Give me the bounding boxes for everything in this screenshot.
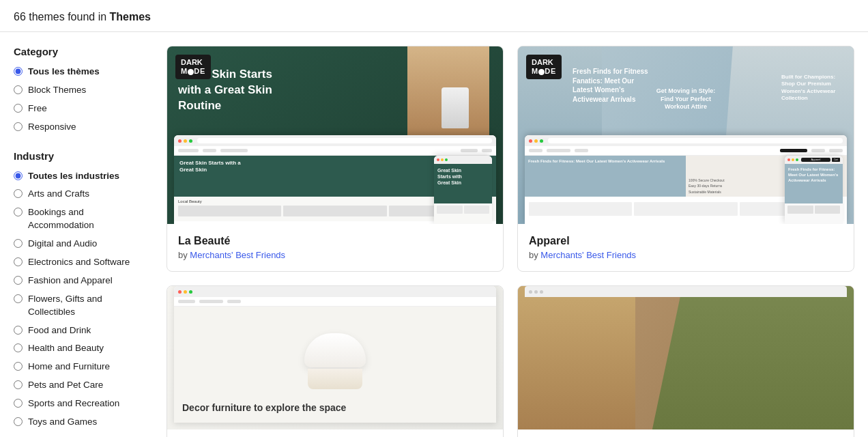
sidebar-item-health-beauty[interactable]: Health and Beauty xyxy=(14,342,150,355)
beaute-hero-text: Great Skin Starts with a Great Skin xyxy=(179,160,248,174)
beaute-nav xyxy=(174,146,496,156)
industry-label-flowers: Flowers, Gifts and Collectibles xyxy=(28,293,150,319)
main-layout: Category Tous les thèmes Block Themes Fr… xyxy=(0,32,868,437)
sidebar-item-block-themes[interactable]: Block Themes xyxy=(14,84,150,97)
beaute-theme-author: by Merchants' Best Friends xyxy=(178,250,492,260)
sidebar-item-food-drink[interactable]: Food and Drink xyxy=(14,324,150,337)
sidebar-item-toys[interactable]: Toys and Games xyxy=(14,416,150,429)
beaute-author-link[interactable]: Merchants' Best Friends xyxy=(190,250,285,260)
category-label-free: Free xyxy=(28,102,47,115)
fashion4-browser-bar xyxy=(525,286,847,297)
apparel-author-link[interactable]: Merchants' Best Friends xyxy=(540,250,636,260)
apparel-mobile-mockup: Apparel Cart Fresh Finds for Fitness: Me… xyxy=(785,156,843,224)
category-label-tous-themes: Tous les thèmes xyxy=(28,66,100,79)
beaute-mobile-mockup: Great SkinStarts withGreat Skin xyxy=(434,156,492,224)
theme-card-fashion4[interactable]: Fashion xyxy=(517,285,854,437)
industry-title: Industry xyxy=(14,150,150,162)
theme-card-la-beaute[interactable]: DARKMDE xyxy=(167,46,504,272)
category-section: Category Tous les thèmes Block Themes Fr… xyxy=(14,46,150,134)
sidebar-item-tous-themes[interactable]: Tous les thèmes xyxy=(14,66,150,79)
apparel-card-info: Apparel by Merchants' Best Friends xyxy=(518,224,854,271)
decor-browser: Decor furniture to explore the space xyxy=(174,286,496,423)
apparel-middle-text: Get Moving in Style: Find Your Perfect W… xyxy=(652,87,720,111)
beaute-browser-bar xyxy=(174,135,496,146)
apparel-theme-name: Apparel xyxy=(529,235,843,247)
apparel-nav xyxy=(525,146,847,156)
industry-label-pets: Pets and Pet Care xyxy=(28,379,103,392)
fashion4-preview xyxy=(518,286,854,429)
theme-card-decor[interactable]: Decor furniture to explore the space Dec… xyxy=(167,285,504,437)
category-label-block-themes: Block Themes xyxy=(28,84,86,97)
theme-preview-la-beaute: DARKMDE xyxy=(167,46,503,224)
apparel-hero-text: Fresh Finds for Fitness Fanatics: Meet O… xyxy=(573,67,654,104)
dark-mode-badge-apparel: DARKMDE xyxy=(526,55,562,79)
fashion4-card-info: Fashion xyxy=(518,429,854,437)
sidebar-item-pets[interactable]: Pets and Pet Care xyxy=(14,379,150,392)
themes-grid: DARKMDE xyxy=(167,46,854,437)
page-header: 66 themes found in Themes xyxy=(0,0,868,32)
category-title: Category xyxy=(14,46,150,57)
content-area: DARKMDE xyxy=(167,46,854,437)
sidebar-item-free[interactable]: Free xyxy=(14,102,150,115)
beaute-card-info: La Beauté by Merchants' Best Friends xyxy=(167,224,503,271)
industry-label-health: Health and Beauty xyxy=(28,342,104,355)
sidebar-item-flowers[interactable]: Flowers, Gifts and Collectibles xyxy=(14,293,150,319)
sidebar-item-sports[interactable]: Sports and Recreation xyxy=(14,397,150,410)
sidebar-item-toutes-industries[interactable]: Toutes les industries xyxy=(14,170,150,183)
sidebar-item-digital-audio[interactable]: Digital and Audio xyxy=(14,238,150,251)
theme-preview-apparel: DARKMDE Fresh Finds for Fitness Fanatics… xyxy=(518,46,854,224)
category-label-responsive: Responsive xyxy=(28,121,76,134)
fashion4-figure-warm xyxy=(518,286,635,429)
theme-count: 66 themes found in xyxy=(14,11,110,23)
industry-section: Industry Toutes les industries Arts and … xyxy=(14,150,150,429)
apparel-theme-author: by Merchants' Best Friends xyxy=(529,250,843,260)
theme-count-bold: Themes xyxy=(110,11,151,23)
industry-label-bookings: Bookings and Accommodation xyxy=(28,206,150,232)
apparel-right-text: Built for Champions: Shop Our Premium Wo… xyxy=(781,74,843,102)
sidebar-item-arts-crafts[interactable]: Arts and Crafts xyxy=(14,188,150,201)
sidebar-item-electronics[interactable]: Electronics and Software xyxy=(14,256,150,269)
beaute-theme-name: La Beauté xyxy=(178,235,492,247)
sidebar: Category Tous les thèmes Block Themes Fr… xyxy=(14,46,150,437)
beaute-product-bottle xyxy=(442,87,469,128)
industry-label-sports: Sports and Recreation xyxy=(28,397,119,410)
decor-furniture-bottom xyxy=(308,369,362,389)
sidebar-item-bookings[interactable]: Bookings and Accommodation xyxy=(14,206,150,232)
dark-mode-badge-beaute: DARKMDE xyxy=(175,55,211,79)
industry-label-home: Home and Furniture xyxy=(28,361,110,373)
sidebar-item-fashion-apparel[interactable]: Fashion and Apparel xyxy=(14,274,150,287)
industry-label-digital: Digital and Audio xyxy=(28,238,97,251)
decor-preview: Decor furniture to explore the space xyxy=(167,286,503,429)
apparel-browser-bar xyxy=(525,135,847,146)
industry-label-electronics: Electronics and Software xyxy=(28,256,130,269)
fashion4-figure-green xyxy=(652,286,854,429)
sidebar-item-home-furniture[interactable]: Home and Furniture xyxy=(14,361,150,373)
industry-label-toys: Toys and Games xyxy=(28,416,97,429)
industry-label-arts: Arts and Crafts xyxy=(28,188,89,201)
decor-hero-text: Decor furniture to explore the space xyxy=(182,401,346,414)
industry-label-food: Food and Drink xyxy=(28,324,91,337)
industry-label-fashion: Fashion and Apparel xyxy=(28,274,113,287)
sidebar-item-responsive[interactable]: Responsive xyxy=(14,121,150,134)
theme-card-apparel[interactable]: DARKMDE Fresh Finds for Fitness Fanatics… xyxy=(517,46,854,272)
industry-label-all: Toutes les industries xyxy=(28,170,119,183)
decor-card-info: Decor xyxy=(167,429,503,437)
decor-furniture-top xyxy=(304,333,366,367)
